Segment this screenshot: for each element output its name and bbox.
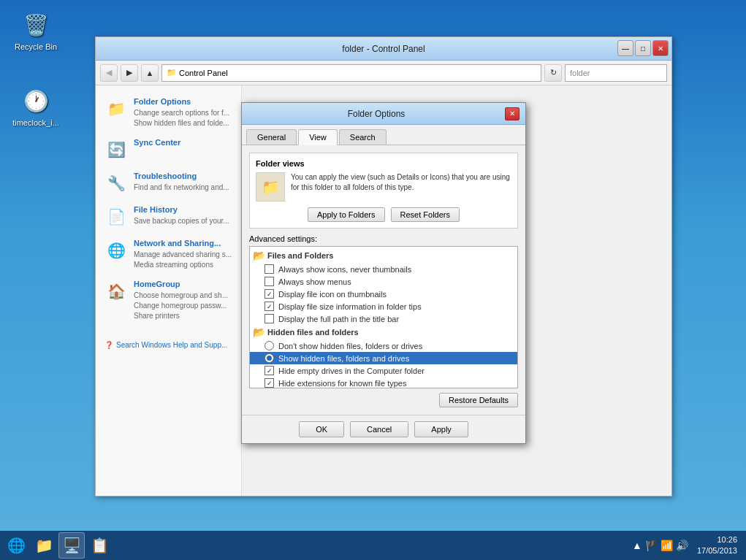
radio-dont-show[interactable] <box>264 341 274 350</box>
folder-preview-icon: 📁 <box>256 172 285 202</box>
dialog-overlay: Folder Options ✕ General View Search Fol… <box>0 0 746 560</box>
dialog-tabs: General View Search <box>242 125 525 145</box>
adv-item-menus[interactable]: Always show menus <box>250 275 517 288</box>
dialog-footer: OK Cancel Apply <box>242 415 525 443</box>
adv-item-icons[interactable]: Always show icons, never thumbnails <box>250 263 517 275</box>
checkbox-hide-empty[interactable]: ✓ <box>264 366 274 375</box>
dialog-content: Folder views 📁 You can apply the view (s… <box>242 145 525 415</box>
adv-item-file-icon[interactable]: ✓ Display file icon on thumbnails <box>250 288 517 300</box>
hidden-files-icon: 📂 <box>253 326 264 338</box>
fv-buttons: Apply to Folders Reset Folders <box>256 207 511 222</box>
reset-folders-btn[interactable]: Reset Folders <box>391 207 460 222</box>
folder-views-body: 📁 You can apply the view (such as Detail… <box>256 172 511 202</box>
tab-view[interactable]: View <box>298 129 338 145</box>
radio-show-hidden[interactable] <box>264 353 274 363</box>
restore-defaults-btn[interactable]: Restore Defaults <box>439 393 518 407</box>
dialog-close-btn[interactable]: ✕ <box>505 107 519 120</box>
adv-section-files-folders: 📂 Files and Folders <box>250 248 517 263</box>
tab-search[interactable]: Search <box>339 129 387 145</box>
adv-item-full-path[interactable]: Display the full path in the title bar <box>250 312 517 325</box>
restore-btn-row: Restore Defaults <box>249 393 518 407</box>
folder-views-title: Folder views <box>256 159 511 168</box>
dialog-title: Folder Options <box>248 109 505 119</box>
dialog-titlebar: Folder Options ✕ <box>242 103 525 125</box>
checkbox-icons[interactable] <box>264 264 274 274</box>
ok-btn[interactable]: OK <box>299 421 344 437</box>
adv-item-hide-empty[interactable]: ✓ Hide empty drives in the Computer fold… <box>250 364 517 377</box>
files-folders-icon: 📂 <box>253 250 264 261</box>
advanced-label: Advanced settings: <box>249 234 518 243</box>
advanced-settings-list[interactable]: 📂 Files and Folders Always show icons, n… <box>249 246 518 388</box>
checkbox-hide-extensions[interactable]: ✓ <box>264 378 274 388</box>
apply-to-folders-btn[interactable]: Apply to Folders <box>308 207 384 222</box>
adv-item-show-hidden[interactable]: Show hidden files, folders and drives <box>250 352 517 364</box>
adv-item-dont-show[interactable]: Don't show hidden files, folders or driv… <box>250 340 517 352</box>
folder-options-dialog: Folder Options ✕ General View Search Fol… <box>241 102 526 444</box>
adv-list-content: 📂 Files and Folders Always show icons, n… <box>250 247 517 388</box>
checkbox-file-icon[interactable]: ✓ <box>264 289 274 299</box>
checkbox-menus[interactable] <box>264 277 274 286</box>
checkbox-full-path[interactable] <box>264 314 274 323</box>
folder-views-desc: You can apply the view (such as Details … <box>291 172 511 193</box>
adv-section-hidden: 📂 Hidden files and folders <box>250 325 517 340</box>
apply-btn[interactable]: Apply <box>414 421 468 437</box>
tab-general[interactable]: General <box>246 129 297 145</box>
checkbox-file-size[interactable]: ✓ <box>264 302 274 311</box>
adv-item-file-size[interactable]: ✓ Display file size information in folde… <box>250 300 517 312</box>
adv-item-hide-extensions[interactable]: ✓ Hide extensions for known file types <box>250 377 517 388</box>
cancel-btn[interactable]: Cancel <box>350 421 408 437</box>
folder-views-section: Folder views 📁 You can apply the view (s… <box>249 153 518 229</box>
